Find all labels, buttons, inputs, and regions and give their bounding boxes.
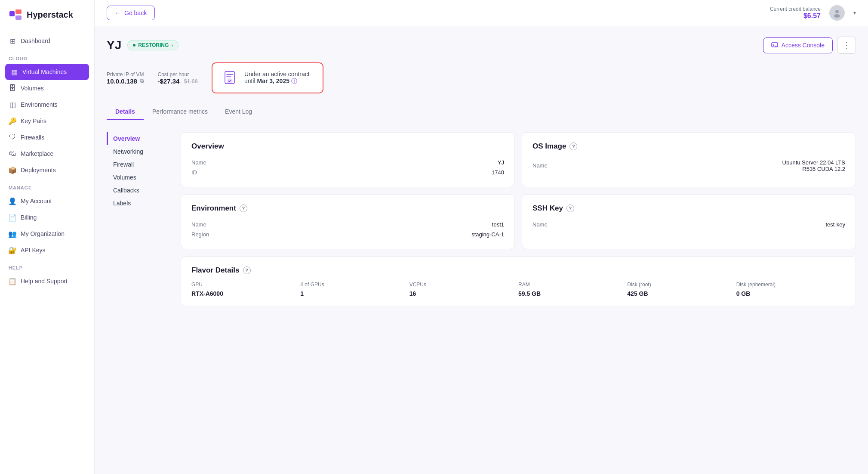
vm-name: YJ — [107, 38, 121, 52]
chevron-down-icon[interactable]: ▾ — [853, 10, 856, 16]
private-ip-value: 10.0.0.138 ⧉ — [107, 77, 144, 85]
topbar-left: ← Go back — [107, 6, 155, 20]
more-icon: ⋮ — [843, 41, 850, 50]
tab-event-log[interactable]: Event Log — [216, 104, 261, 120]
sidebar-item-api-keys[interactable]: 🔐 API Keys — [0, 242, 94, 258]
sidebar-item-label: Billing — [21, 214, 37, 221]
sidebar-item-label: Deployments — [21, 167, 56, 173]
side-nav-labels[interactable]: Labels — [107, 197, 167, 210]
sidebar-item-deployments[interactable]: 📦 Deployments — [0, 162, 94, 178]
user-avatar[interactable] — [829, 5, 845, 21]
grid-icon: ⊞ — [9, 37, 16, 45]
os-image-help-icon[interactable]: ? — [569, 143, 577, 150]
sidebar-item-label: API Keys — [21, 247, 46, 254]
package-icon: 📦 — [9, 166, 16, 174]
sidebar-item-label: Virtual Machines — [22, 68, 67, 75]
sidebar-item-environments[interactable]: ◫ Environments — [0, 96, 94, 113]
ssh-key-help-icon[interactable]: ? — [566, 204, 574, 212]
sidebar-item-my-account[interactable]: 👤 My Account — [0, 193, 94, 209]
topbar: ← Go back Current credit balance $6.57 ▾ — [95, 0, 868, 26]
sidebar-item-dashboard[interactable]: ⊞ Dashboard — [0, 33, 94, 49]
info-icon[interactable]: ⓘ — [291, 77, 297, 84]
svg-rect-1 — [15, 9, 22, 14]
main-content: ← Go back Current credit balance $6.57 ▾… — [95, 0, 868, 474]
cards-row-2: Environment ? Name test1 Region staging-… — [181, 194, 856, 249]
vm-info-bar: Private IP of VM 10.0.0.138 ⧉ Cost per h… — [107, 62, 856, 93]
topbar-right: Current credit balance $6.57 ▾ — [770, 5, 856, 21]
shield-icon: 🛡 — [9, 133, 16, 141]
copy-icon[interactable]: ⧉ — [140, 77, 144, 84]
user-icon: 👤 — [9, 197, 16, 205]
sidebar-item-firewalls[interactable]: 🛡 Firewalls — [0, 129, 94, 146]
content-area: Overview Networking Firewall Volumes Cal… — [107, 132, 856, 307]
side-nav-volumes[interactable]: Volumes — [107, 171, 167, 184]
flavor-card-title: Flavor Details ? — [191, 266, 845, 275]
contract-date: Mar 3, 2025 — [257, 77, 289, 84]
sidebar-item-label: Volumes — [21, 85, 44, 92]
sidebar-item-billing[interactable]: 📄 Billing — [0, 209, 94, 226]
svg-point-4 — [834, 14, 840, 18]
file-text-icon: 📄 — [9, 214, 16, 221]
sidebar-item-help-support[interactable]: 📋 Help and Support — [0, 273, 94, 289]
sidebar: Hyperstack ⊞ Dashboard CLOUD ▦ Virtual M… — [0, 0, 95, 474]
users-icon: 👥 — [9, 230, 16, 238]
credit-label: Current credit balance — [770, 6, 821, 12]
sidebar-item-volumes[interactable]: 🗄 Volumes — [0, 80, 94, 96]
environment-region-row: Region staging-CA-1 — [191, 229, 504, 239]
os-image-card: OS Image ? Name Ubuntu Server 22.04 LTS … — [522, 132, 856, 187]
environment-help-icon[interactable]: ? — [240, 204, 247, 212]
sidebar-item-virtual-machines[interactable]: ▦ Virtual Machines — [5, 64, 89, 80]
side-navigation: Overview Networking Firewall Volumes Cal… — [107, 132, 167, 307]
side-nav-callbacks[interactable]: Callbacks — [107, 184, 167, 197]
key-icon: 🔑 — [9, 117, 16, 125]
page-content: YJ RESTORING › Access Con — [95, 26, 868, 474]
cloud-section-label: CLOUD — [0, 49, 94, 64]
flavor-col-gpu: GPU RTX-A6000 — [191, 282, 300, 297]
credit-balance-area: Current credit balance $6.57 — [770, 6, 821, 20]
cost-per-hour-item: Cost per hour -$27.34 $1.66 — [157, 71, 197, 85]
overview-card: Overview Name YJ ID 1740 — [181, 132, 515, 187]
flavor-help-icon[interactable]: ? — [243, 266, 251, 274]
sidebar-item-label: Environments — [21, 101, 58, 108]
os-image-card-title: OS Image ? — [532, 142, 845, 151]
vm-title-area: YJ RESTORING › — [107, 38, 179, 52]
environment-name-row: Name test1 — [191, 220, 504, 229]
credit-amount: $6.57 — [770, 12, 821, 20]
sidebar-navigation: ⊞ Dashboard CLOUD ▦ Virtual Machines 🗄 V… — [0, 29, 94, 474]
sidebar-item-marketplace[interactable]: 🛍 Marketplace — [0, 146, 94, 162]
status-text: RESTORING — [138, 42, 169, 48]
flavor-grid: GPU RTX-A6000 # of GPUs 1 VCPUs 16 RAM — [191, 282, 845, 297]
overview-name-row: Name YJ — [191, 158, 504, 167]
flavor-col-ram: RAM 59.5 GB — [518, 282, 627, 297]
svg-point-3 — [835, 10, 839, 13]
sidebar-item-my-organization[interactable]: 👥 My Organization — [0, 226, 94, 242]
sidebar-item-label: My Account — [21, 198, 52, 204]
environment-card: Environment ? Name test1 Region staging-… — [181, 194, 515, 249]
sidebar-item-key-pairs[interactable]: 🔑 Key Pairs — [0, 113, 94, 129]
cost-per-hour-value: -$27.34 $1.66 — [157, 77, 197, 85]
tab-details[interactable]: Details — [107, 104, 144, 120]
brand-name: Hyperstack — [27, 10, 73, 20]
server-icon: ▦ — [10, 68, 18, 76]
access-console-button[interactable]: Access Console — [763, 37, 833, 53]
logo-icon — [9, 8, 22, 22]
sidebar-item-label: Marketplace — [21, 150, 53, 157]
sidebar-item-label: My Organization — [21, 230, 65, 237]
svg-rect-0 — [9, 11, 15, 16]
database-icon: 🗄 — [9, 84, 16, 92]
side-nav-overview[interactable]: Overview — [107, 132, 167, 145]
brand-logo: Hyperstack — [0, 0, 94, 29]
side-nav-firewall[interactable]: Firewall — [107, 158, 167, 171]
flavor-col-num-gpus: # of GPUs 1 — [300, 282, 409, 297]
os-image-name-row: Name Ubuntu Server 22.04 LTS R535 CUDA 1… — [532, 158, 845, 174]
flavor-col-vcpus: VCPUs 16 — [409, 282, 518, 297]
status-arrow-icon: › — [171, 43, 172, 48]
side-nav-networking[interactable]: Networking — [107, 145, 167, 158]
tab-performance-metrics[interactable]: Performance metrics — [144, 104, 216, 120]
vm-actions: Access Console ⋮ — [763, 37, 856, 54]
sidebar-item-label: Dashboard — [21, 37, 50, 44]
more-options-button[interactable]: ⋮ — [837, 37, 856, 54]
go-back-button[interactable]: ← Go back — [107, 6, 155, 20]
ssh-key-name-row: Name test-key — [532, 220, 845, 229]
status-badge: RESTORING › — [127, 40, 178, 50]
